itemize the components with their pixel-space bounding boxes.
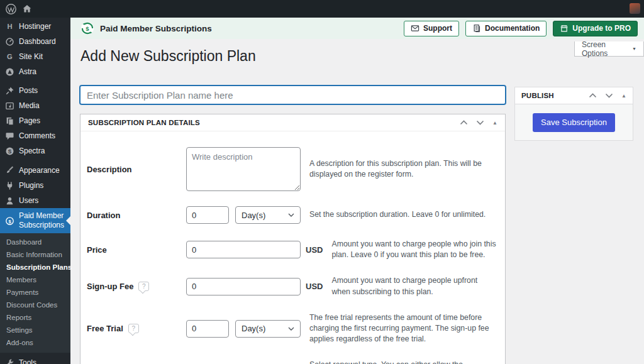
chevron-down-icon <box>288 213 294 217</box>
site-kit-icon: G <box>5 52 14 62</box>
active-menu-arrow <box>66 216 70 225</box>
sidebar-item-label: Tools <box>19 358 36 364</box>
submenu-item-reports[interactable]: Reports <box>0 311 70 324</box>
submenu-item-settings[interactable]: Settings <box>0 324 70 336</box>
svg-text:G: G <box>7 53 13 60</box>
submenu-item-payments[interactable]: Payments <box>0 286 70 299</box>
free-trial-row: Free Trial ? Day(s) The free trial repre… <box>87 312 499 345</box>
spectra-icon: S <box>5 146 14 156</box>
submenu-item-basic-information[interactable]: Basic Information <box>0 248 70 261</box>
sidebar-item-paid-member-subscriptions[interactable]: $ Paid Member Subscriptions <box>0 208 70 233</box>
sidebar-item-comments[interactable]: Comments <box>0 128 70 143</box>
plugin-title: Paid Member Subscriptions <box>100 24 212 33</box>
sidebar-item-label: Users <box>19 196 38 205</box>
publish-panel-header: PUBLISH ▲ <box>515 87 633 104</box>
sidebar-item-label: Comments <box>19 131 55 140</box>
duration-input[interactable] <box>186 206 229 224</box>
sidebar-item-dashboard[interactable]: Dashboard <box>0 34 70 49</box>
move-down-icon[interactable] <box>605 93 613 98</box>
description-row: Description A description for this subsc… <box>87 147 499 191</box>
save-subscription-button[interactable]: Save Subscription <box>533 113 615 132</box>
wordpress-logo-icon[interactable] <box>3 0 19 18</box>
pms-submenu: Dashboard Basic Information Subscription… <box>0 233 70 353</box>
sidebar-item-media[interactable]: Media <box>0 98 70 113</box>
sidebar-item-posts[interactable]: Posts <box>0 83 70 98</box>
details-panel-title: SUBSCRIPTION PLAN DETAILS <box>88 119 200 126</box>
subscription-plan-details-panel: SUBSCRIPTION PLAN DETAILS ▲ Description … <box>80 114 506 364</box>
svg-text:$: $ <box>8 218 11 224</box>
svg-text:$: $ <box>86 25 89 32</box>
sidebar-item-plugins[interactable]: Plugins <box>0 178 70 193</box>
dashboard-gauge-icon <box>5 37 14 47</box>
sidebar-item-tools[interactable]: Tools <box>0 355 70 364</box>
sidebar-item-spectra[interactable]: S Spectra <box>0 143 70 158</box>
help-tooltip-icon[interactable]: ? <box>138 282 149 291</box>
duration-unit-select[interactable]: Day(s) <box>235 206 301 224</box>
move-up-icon[interactable] <box>460 120 468 125</box>
sidebar-item-label: Pages <box>19 116 40 125</box>
help-tooltip-icon[interactable]: ? <box>128 324 139 333</box>
move-down-icon[interactable] <box>476 120 484 125</box>
renewal-row: Renewal Settings default Select renewal … <box>87 360 499 364</box>
free-trial-label: Free Trial ? <box>87 324 186 333</box>
sidebar-item-label: Spectra <box>19 146 45 155</box>
caret-down-icon: ▼ <box>632 47 636 51</box>
sidebar-item-users[interactable]: Users <box>0 193 70 208</box>
signup-fee-row: Sign-up Fee ? USD Amount you want to cha… <box>87 275 499 297</box>
chevron-down-icon <box>288 327 294 331</box>
signup-fee-help-text: Amount you want to charge people upfront… <box>331 275 499 297</box>
free-trial-help-text: The free trial represents the amount of … <box>309 312 499 345</box>
document-icon <box>472 24 481 33</box>
collapse-toggle-icon[interactable]: ▲ <box>621 93 626 99</box>
submenu-item-discount-codes[interactable]: Discount Codes <box>0 299 70 311</box>
signup-fee-input[interactable] <box>186 278 301 295</box>
sidebar-item-label: Appearance <box>19 166 60 175</box>
pms-logo-icon: $ <box>80 21 94 35</box>
submenu-item-subscription-plans[interactable]: Subscription Plans <box>0 261 70 273</box>
description-label: Description <box>87 165 186 174</box>
sidebar-item-label: Media <box>19 101 40 110</box>
comment-bubble-icon <box>5 131 14 141</box>
price-row: Price USD Amount you want to charge peop… <box>87 239 499 260</box>
sidebar-item-pages[interactable]: Pages <box>0 113 70 128</box>
submenu-item-members[interactable]: Members <box>0 273 70 286</box>
astra-icon <box>5 67 14 77</box>
user-avatar[interactable] <box>630 3 640 14</box>
sidebar-item-astra[interactable]: Astra <box>0 64 70 79</box>
wrench-icon <box>5 358 14 364</box>
signup-fee-currency-label: USD <box>306 282 323 291</box>
home-icon[interactable] <box>19 0 35 18</box>
media-icon <box>5 101 14 111</box>
screen-options-tab[interactable]: Screen Options ▼ <box>574 41 644 57</box>
submenu-item-add-ons[interactable]: Add-ons <box>0 336 70 349</box>
free-trial-input[interactable] <box>186 320 229 338</box>
collapse-toggle-icon[interactable]: ▲ <box>492 120 497 126</box>
admin-bar <box>0 0 644 18</box>
documentation-button[interactable]: Documentation <box>465 21 547 36</box>
sidebar-item-label: Astra <box>19 67 36 76</box>
sidebar-item-site-kit[interactable]: G Site Kit <box>0 49 70 64</box>
svg-text:H: H <box>7 23 12 30</box>
plugin-header: $ Paid Member Subscriptions Support Docu… <box>70 18 644 39</box>
sidebar-item-appearance[interactable]: Appearance <box>0 163 70 178</box>
price-input[interactable] <box>186 241 301 258</box>
page-title: Add New Subscription Plan <box>80 48 256 65</box>
duration-row: Duration Day(s) Set the subscription dur… <box>87 206 499 224</box>
price-help-text: Amount you want to charge people who joi… <box>331 239 499 260</box>
plan-name-input[interactable] <box>80 85 506 104</box>
sidebar-item-label: Site Kit <box>19 52 43 61</box>
upgrade-to-pro-button[interactable]: Upgrade to PRO <box>553 21 638 36</box>
submenu-item-dashboard[interactable]: Dashboard <box>0 236 70 248</box>
pages-icon <box>5 116 14 126</box>
paintbrush-icon <box>5 166 14 175</box>
description-help-text: A description for this subscription plan… <box>309 158 499 180</box>
storefront-icon <box>560 24 569 33</box>
sidebar-item-hostinger[interactable]: H Hostinger <box>0 19 70 34</box>
wordpress-admin-page: H Hostinger Dashboard G Site Kit Astra <box>0 0 644 364</box>
publish-panel: PUBLISH ▲ Save Subscription <box>514 87 633 141</box>
move-up-icon[interactable] <box>589 93 597 98</box>
free-trial-unit-select[interactable]: Day(s) <box>235 320 301 338</box>
support-button[interactable]: Support <box>404 21 459 36</box>
sidebar-item-label: Dashboard <box>19 37 56 46</box>
description-textarea[interactable] <box>186 147 301 191</box>
